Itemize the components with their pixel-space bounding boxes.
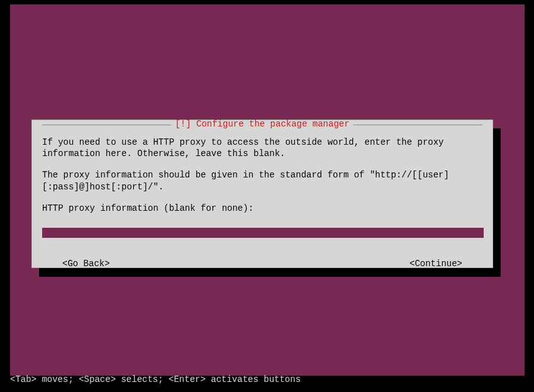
proxy-prompt-label: HTTP proxy information (blank for none): (42, 203, 482, 214)
help-bar: <Tab> moves; <Space> selects; <Enter> ac… (10, 374, 301, 385)
continue-button[interactable]: <Continue> (409, 258, 462, 269)
http-proxy-input[interactable] (42, 228, 484, 238)
proxy-help-para-2: The proxy information should be given in… (42, 169, 482, 192)
configure-package-manager-dialog: [!] Configure the package manager If you… (31, 120, 493, 268)
dialog-title: [!] Configure the package manager (171, 118, 353, 130)
dialog-title-row: [!] Configure the package manager (42, 119, 482, 129)
dialog-body: If you need to use a HTTP proxy to acces… (42, 137, 482, 269)
proxy-help-para-1: If you need to use a HTTP proxy to acces… (42, 137, 482, 159)
button-row: <Go Back> <Continue> (42, 258, 482, 269)
title-line-left (42, 125, 171, 125)
title-line-right (353, 125, 482, 125)
go-back-button[interactable]: <Go Back> (62, 258, 110, 269)
